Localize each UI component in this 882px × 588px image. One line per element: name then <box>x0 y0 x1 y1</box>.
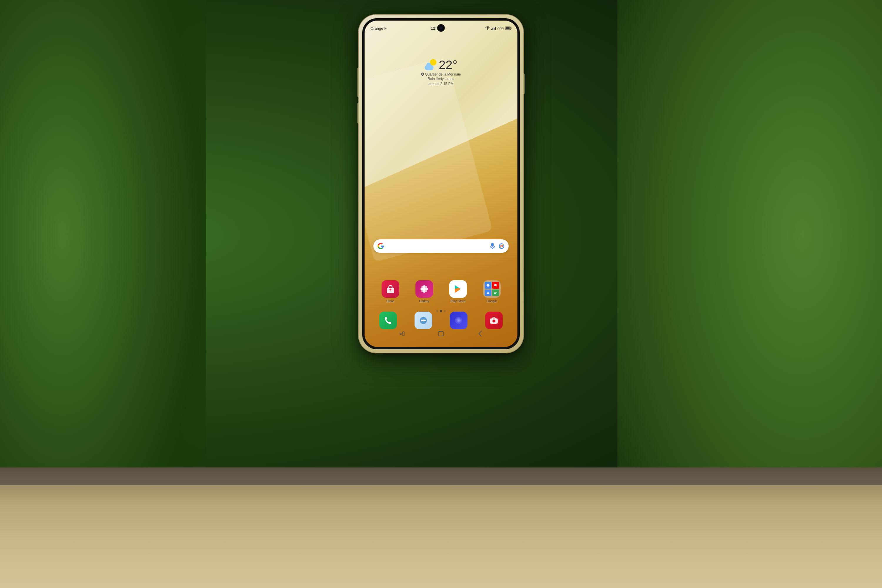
camera-icon-svg <box>489 315 499 326</box>
gallery-icon <box>416 280 433 298</box>
play-store-logo <box>453 284 464 295</box>
svg-point-21 <box>423 288 425 290</box>
play-store-label: Play Store <box>450 299 465 303</box>
weather-widget[interactable]: 22° Quartier de la Monnaie Rain likely t… <box>421 59 461 86</box>
store-icon <box>382 280 399 298</box>
svg-rect-39 <box>399 333 402 334</box>
browser-icon <box>454 315 464 326</box>
temperature-display: 22° <box>439 59 458 71</box>
svg-rect-25 <box>494 292 497 292</box>
power-button[interactable] <box>523 74 525 94</box>
playstore-icon <box>449 280 467 298</box>
store-bag-icon <box>385 284 396 294</box>
google-mini-4 <box>492 290 499 296</box>
svg-point-33 <box>458 320 459 321</box>
svg-point-22 <box>487 284 489 286</box>
svg-rect-26 <box>494 293 496 294</box>
screen-bezel: Orange F 12:05 <box>362 18 520 349</box>
wifi-icon <box>485 27 490 30</box>
battery-percentage: 77% <box>497 26 504 30</box>
carrier-label: Orange F <box>370 26 387 31</box>
svg-marker-24 <box>487 291 489 294</box>
svg-rect-38 <box>399 332 401 332</box>
navigation-bar <box>364 326 518 341</box>
status-icons: 77% <box>485 26 512 30</box>
app-item-play-store[interactable]: Play Store <box>448 280 468 303</box>
store-label: Store <box>386 299 394 303</box>
weather-description: Rain likely to end around 2:15 PM <box>421 76 461 86</box>
gallery-label: Gallery <box>419 299 429 303</box>
search-icons <box>490 243 504 249</box>
google-mini-1 <box>485 282 492 289</box>
home-button[interactable] <box>436 329 446 339</box>
phone-screen: Orange F 12:05 <box>364 21 518 347</box>
google-lens-icon[interactable] <box>499 243 504 249</box>
back-button[interactable] <box>475 329 485 339</box>
svg-rect-5 <box>491 243 494 247</box>
volume-down-button[interactable] <box>357 103 359 123</box>
app-grid: Store <box>374 280 508 306</box>
weather-top-row: 22° <box>421 59 461 71</box>
app-item-google[interactable]: Google <box>482 280 502 303</box>
shelf-surface <box>0 470 882 588</box>
svg-point-30 <box>424 320 426 321</box>
weather-location: Quartier de la Monnaie <box>421 72 461 76</box>
pin-icon <box>421 73 424 76</box>
volume-up-button[interactable] <box>357 68 359 97</box>
svg-point-4 <box>422 74 423 75</box>
google-folder-icon <box>483 280 501 298</box>
camera-cutout <box>438 25 444 31</box>
app-item-gallery[interactable]: Gallery <box>414 280 435 303</box>
phone-icon <box>383 316 393 325</box>
svg-point-11 <box>390 289 392 291</box>
microphone-icon[interactable] <box>490 243 495 249</box>
weather-condition-icon <box>424 59 436 71</box>
signal-icon <box>491 27 496 30</box>
recents-button[interactable] <box>397 329 407 339</box>
camera-lens <box>440 27 442 29</box>
google-g-icon <box>378 243 384 249</box>
recents-icon <box>399 332 405 336</box>
svg-point-0 <box>487 29 488 30</box>
svg-point-36 <box>493 320 495 322</box>
svg-rect-2 <box>511 28 511 29</box>
location-text: Quartier de la Monnaie <box>425 72 461 76</box>
svg-rect-23 <box>494 284 496 286</box>
messages-icon <box>418 315 428 326</box>
google-mini-2 <box>492 282 499 289</box>
app-item-store[interactable]: Store <box>380 280 401 303</box>
home-icon <box>438 330 444 337</box>
battery-icon <box>505 27 512 30</box>
shelf-edge <box>0 468 882 485</box>
google-search-bar[interactable] <box>374 239 508 253</box>
google-mini-3 <box>485 290 492 296</box>
svg-rect-3 <box>506 27 510 29</box>
gallery-flower-icon <box>419 284 429 294</box>
svg-point-37 <box>496 319 497 320</box>
app-row-1: Store <box>374 280 508 303</box>
phone-device: Orange F 12:05 <box>358 15 524 353</box>
svg-rect-42 <box>439 332 443 336</box>
svg-point-9 <box>501 245 502 247</box>
svg-rect-41 <box>402 332 404 336</box>
cloud-icon <box>424 65 434 70</box>
back-icon <box>478 330 482 337</box>
google-label: Google <box>487 299 497 303</box>
phone-body: Orange F 12:05 <box>358 15 524 353</box>
svg-rect-40 <box>399 334 402 335</box>
